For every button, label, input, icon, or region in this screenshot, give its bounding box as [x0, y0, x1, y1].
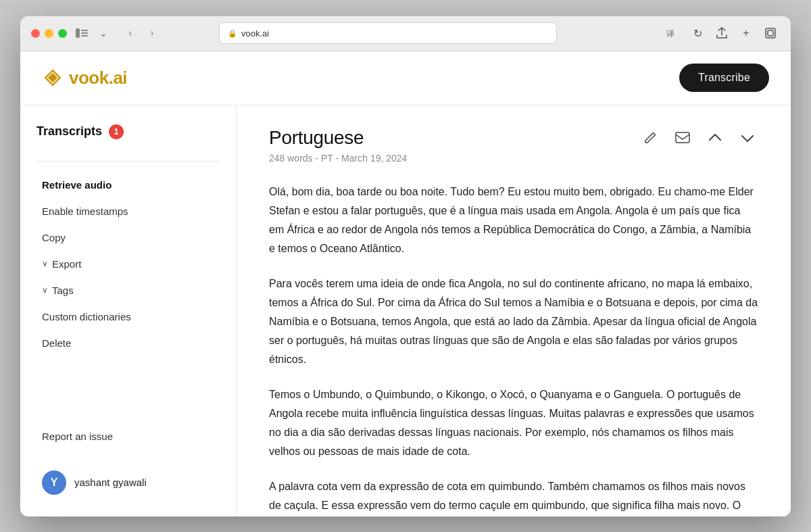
sidebar-item-enable-timestamps[interactable]: Enable timestamps — [36, 199, 220, 224]
sidebar-toggle-icon[interactable] — [75, 26, 89, 40]
scroll-up-icon[interactable] — [704, 127, 726, 149]
main-layout: Transcripts 1 Retrieve audio Enable time… — [20, 105, 791, 516]
refresh-icon[interactable]: ↻ — [688, 24, 707, 43]
content-paragraph-1: Olá, bom dia, boa tarde ou boa noite. Tu… — [269, 183, 758, 258]
export-chevron-icon: ∨ — [42, 259, 48, 268]
sidebar-divider — [36, 161, 220, 162]
share-icon[interactable] — [712, 24, 731, 43]
new-tab-icon[interactable]: + — [737, 24, 756, 43]
sidebar-item-report-issue[interactable]: Report an issue — [36, 424, 220, 449]
svg-rect-6 — [768, 30, 773, 36]
sidebar-nav: Retrieve audio Enable timestamps Copy ∨ … — [36, 172, 220, 356]
svg-text:译: 译 — [666, 29, 674, 39]
enable-timestamps-label: Enable timestamps — [42, 205, 128, 217]
address-bar[interactable]: 🔒 vook.ai — [219, 22, 557, 44]
sidebar-item-copy[interactable]: Copy — [36, 225, 220, 250]
sidebar-item-export[interactable]: ∨ Export — [36, 251, 220, 276]
logo: vook.ai — [42, 67, 127, 89]
content-title: Portuguese — [269, 127, 364, 149]
transcripts-header: Transcripts 1 — [36, 124, 220, 139]
top-bar: vook.ai Transcribe — [20, 51, 791, 105]
retrieve-audio-label: Retrieve audio — [42, 179, 112, 191]
maximize-button[interactable] — [58, 29, 67, 38]
svg-rect-10 — [676, 132, 689, 143]
user-section: Y yashant gyawali — [36, 460, 220, 498]
content-area: Portuguese — [237, 105, 791, 516]
content-actions — [639, 127, 758, 149]
sidebar-chevron-icon[interactable]: ⌄ — [97, 26, 110, 40]
scroll-down-icon[interactable] — [737, 127, 758, 149]
forward-button[interactable]: › — [143, 24, 162, 43]
traffic-lights — [31, 29, 67, 38]
svg-rect-0 — [76, 28, 80, 38]
custom-dictionaries-label: Custom dictionaries — [42, 311, 131, 322]
content-paragraph-3: Temos o Umbundo, o Quimbundo, o Kikongo,… — [269, 385, 758, 461]
sidebar: Transcripts 1 Retrieve audio Enable time… — [20, 105, 237, 516]
svg-rect-1 — [81, 30, 88, 31]
content-paragraph-2: Para vocês terem uma ideia de onde fica … — [269, 274, 758, 369]
svg-rect-3 — [81, 35, 88, 37]
browser-window: ⌄ ‹ › 🔒 vook.ai 译 ↻ + — [20, 16, 791, 516]
copy-label: Copy — [42, 232, 66, 243]
tags-chevron-icon: ∨ — [42, 285, 48, 295]
back-button[interactable]: ‹ — [121, 24, 140, 43]
minimize-button[interactable] — [45, 29, 53, 38]
content-header: Portuguese — [269, 127, 758, 149]
svg-rect-5 — [766, 28, 775, 38]
avatar: Y — [42, 470, 66, 495]
close-button[interactable] — [31, 29, 40, 38]
report-issue-label: Report an issue — [42, 431, 113, 442]
content-paragraph-4: A palavra cota vem da expressão de cota … — [269, 477, 758, 516]
tags-label: Tags — [52, 285, 74, 296]
app-content: vook.ai Transcribe Transcripts 1 Retriev… — [20, 51, 791, 516]
email-icon[interactable] — [672, 127, 693, 149]
export-label: Export — [52, 258, 81, 270]
content-meta: 248 words - PT - March 19, 2024 — [269, 153, 758, 164]
logo-icon — [42, 67, 64, 89]
sidebar-item-delete[interactable]: Delete — [36, 331, 220, 356]
lock-icon: 🔒 — [228, 29, 237, 38]
sidebar-item-tags[interactable]: ∨ Tags — [36, 278, 220, 303]
logo-text: vook.ai — [69, 68, 127, 89]
transcripts-title: Transcripts — [36, 124, 102, 139]
url-text: vook.ai — [241, 28, 269, 39]
content-body: Olá, bom dia, boa tarde ou boa noite. Tu… — [269, 183, 758, 516]
transcripts-badge: 1 — [109, 124, 124, 139]
translate-icon[interactable]: 译 — [664, 24, 683, 43]
sidebar-item-custom-dictionaries[interactable]: Custom dictionaries — [36, 304, 220, 329]
tab-overview-icon[interactable] — [761, 24, 780, 43]
svg-rect-2 — [81, 32, 88, 34]
edit-icon[interactable] — [639, 127, 661, 149]
sidebar-item-retrieve-audio[interactable]: Retrieve audio — [36, 172, 220, 197]
browser-actions: 译 ↻ + — [664, 24, 780, 43]
transcribe-button[interactable]: Transcribe — [679, 64, 769, 92]
browser-chrome: ⌄ ‹ › 🔒 vook.ai 译 ↻ + — [20, 16, 791, 51]
sidebar-spacer — [36, 356, 220, 424]
user-name: yashant gyawali — [74, 477, 147, 488]
browser-nav: ‹ › — [121, 24, 162, 43]
delete-label: Delete — [42, 337, 71, 349]
